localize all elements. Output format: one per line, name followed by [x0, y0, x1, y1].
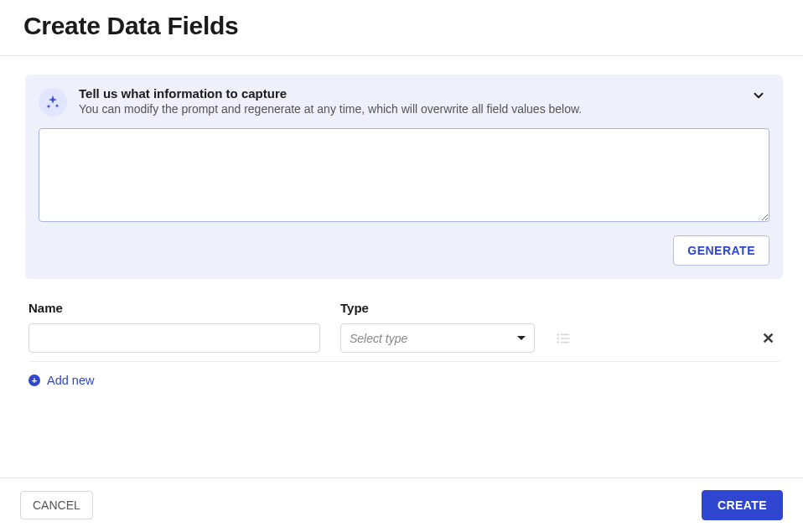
svg-rect-1 — [561, 333, 570, 335]
field-row: Select type ✕ — [28, 323, 780, 362]
type-placeholder: Select type — [350, 332, 407, 345]
add-new-button[interactable]: + Add new — [28, 374, 94, 387]
prompt-subtitle: You can modify the prompt and regenerate… — [79, 102, 582, 116]
field-headers: Name Type — [28, 301, 780, 315]
type-column-header: Type — [340, 301, 535, 315]
plus-circle-icon: + — [28, 374, 40, 386]
prompt-text: Tell us what information to capture You … — [79, 86, 582, 116]
chevron-down-icon[interactable] — [751, 88, 766, 103]
prompt-title: Tell us what information to capture — [79, 86, 582, 101]
field-name-input[interactable] — [28, 323, 320, 353]
prompt-actions: GENERATE — [39, 235, 769, 266]
page-title: Create Data Fields — [23, 12, 780, 40]
svg-rect-4 — [557, 341, 560, 343]
row-icons: ✕ — [555, 330, 780, 347]
page-header: Create Data Fields — [0, 0, 803, 56]
fields-section: Name Type Select type ✕ + Add new — [25, 301, 783, 387]
prompt-textarea[interactable] — [39, 128, 769, 222]
svg-rect-2 — [557, 337, 560, 339]
svg-rect-0 — [557, 333, 560, 336]
list-icon[interactable] — [555, 330, 572, 347]
generate-button[interactable]: GENERATE — [673, 235, 769, 266]
footer: CANCEL CREATE — [0, 478, 803, 532]
svg-rect-5 — [561, 341, 570, 343]
cancel-button[interactable]: CANCEL — [20, 491, 93, 519]
content-area: Tell us what information to capture You … — [0, 56, 803, 478]
create-button[interactable]: CREATE — [702, 490, 783, 520]
field-type-select[interactable]: Select type — [340, 323, 535, 353]
prompt-panel: Tell us what information to capture You … — [25, 75, 783, 279]
caret-down-icon — [517, 336, 526, 340]
name-column-header: Name — [28, 301, 320, 315]
delete-row-icon[interactable]: ✕ — [762, 331, 780, 346]
prompt-header: Tell us what information to capture You … — [39, 86, 769, 116]
add-new-label: Add new — [47, 374, 94, 387]
svg-rect-3 — [561, 338, 570, 339]
sparkle-icon — [39, 88, 67, 116]
